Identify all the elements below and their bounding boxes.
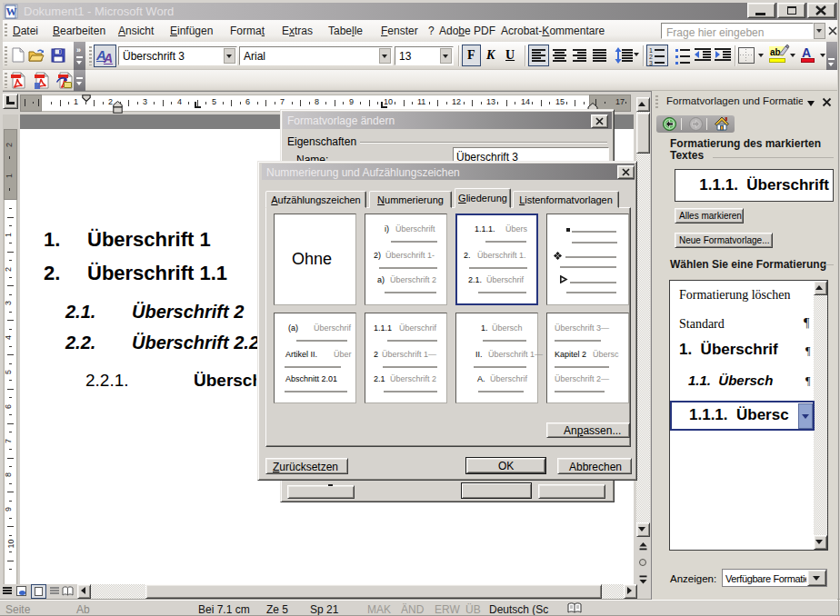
svg-text:W: W (6, 5, 17, 18)
